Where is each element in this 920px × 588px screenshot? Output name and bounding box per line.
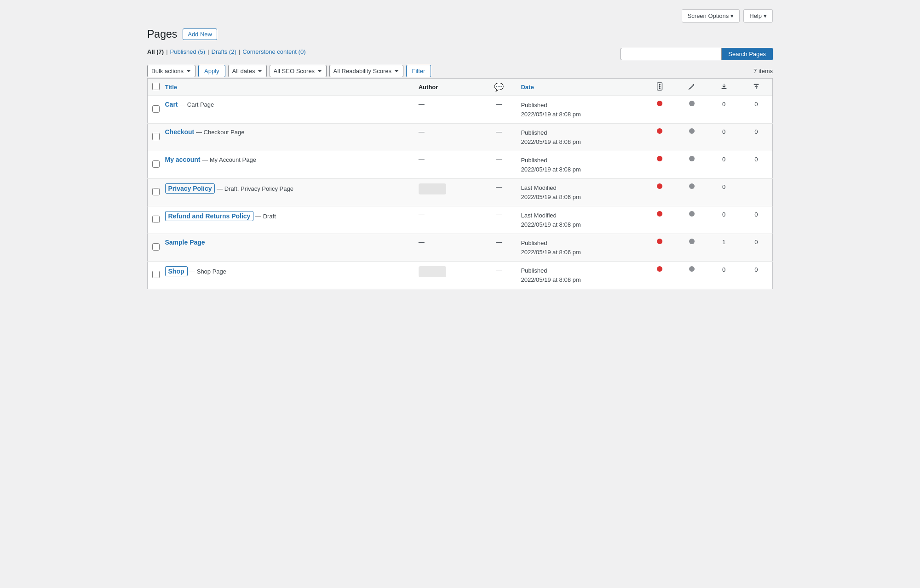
row-author-cell [414, 179, 482, 206]
col-title-header[interactable]: Title [161, 79, 414, 96]
date-label: Last Modified [521, 212, 556, 219]
row-title-cell: Cart — Cart Page [161, 96, 414, 124]
row-date-cell: Published2022/05/19 at 8:08 pm [516, 124, 643, 151]
page-title-link[interactable]: Shop [168, 268, 184, 275]
search-area: Search Pages [621, 48, 773, 60]
seo-score-dot [657, 183, 662, 189]
row-checkbox-cell [148, 96, 161, 124]
pages-table: Title Author 💬 Date [147, 78, 773, 289]
row-checkbox[interactable] [152, 243, 160, 251]
row-seo-score-cell [644, 206, 676, 234]
row-title-cell: Refund and Returns Policy — Draft [161, 206, 414, 234]
page-title-link[interactable]: Sample Page [165, 239, 205, 246]
filter-published[interactable]: Published (5) [170, 48, 206, 55]
search-input[interactable] [621, 48, 722, 60]
seo-score-dot [657, 211, 662, 217]
col-date-sort[interactable]: Date [521, 84, 534, 91]
table-body: Cart — Cart Page——Published2022/05/19 at… [148, 96, 773, 289]
col-title-sort[interactable]: Title [165, 84, 178, 91]
row-links-in-cell: 0 [708, 262, 740, 289]
seo-score-dot [657, 128, 662, 134]
page-title-suffix: — Draft, Privacy Policy Page [215, 185, 293, 192]
comment-icon: 💬 [494, 83, 504, 91]
date-value: 2022/05/19 at 8:08 pm [521, 166, 581, 173]
readability-select[interactable]: All Readability Scores [329, 65, 403, 77]
page-title-link[interactable]: Cart [165, 101, 178, 108]
row-seo-score-cell [644, 151, 676, 179]
row-author: — [414, 206, 482, 234]
tablenav: Bulk actions Apply All dates All SEO Sco… [147, 65, 773, 77]
page-title-suffix: — Draft [253, 213, 276, 220]
date-value: 2022/05/19 at 8:08 pm [521, 138, 581, 145]
row-checkbox-cell [148, 179, 161, 206]
date-value: 2022/05/19 at 8:08 pm [521, 111, 581, 118]
row-links-in-cell: 0 [708, 96, 740, 124]
row-title-cell: Privacy Policy — Draft, Privacy Policy P… [161, 179, 414, 206]
comment-dash: — [496, 128, 502, 135]
bulk-actions-select[interactable]: Bulk actions [147, 65, 196, 77]
row-links-in-cell: 0 [708, 151, 740, 179]
row-date-cell: Last Modified2022/05/19 at 8:08 pm [516, 206, 643, 234]
row-links-out-cell: 0 [740, 234, 773, 262]
row-title: Sample Page [165, 239, 205, 246]
row-title: Refund and Returns Policy — Draft [165, 213, 276, 220]
date-label: Published [521, 102, 547, 108]
row-title: Cart — Cart Page [165, 101, 214, 108]
col-date-header[interactable]: Date [516, 79, 643, 96]
add-new-button[interactable]: Add New [183, 29, 217, 40]
readability-score-dot [689, 211, 695, 217]
row-comment-cell: — [482, 262, 516, 289]
row-comment-cell: — [482, 124, 516, 151]
filter-nav: All (7) | Published (5) | Drafts (2) | [147, 48, 306, 55]
page-title-link[interactable]: Refund and Returns Policy [168, 212, 251, 220]
row-title-cell: Sample Page [161, 234, 414, 262]
row-checkbox[interactable] [152, 133, 160, 140]
date-label: Last Modified [521, 184, 556, 191]
row-checkbox[interactable] [152, 160, 160, 168]
items-count: 7 items [753, 68, 773, 74]
page-title-link[interactable]: My account [165, 156, 201, 163]
row-seo-score-cell [644, 262, 676, 289]
seo-scores-select[interactable]: All SEO Scores [270, 65, 327, 77]
dates-select[interactable]: All dates [228, 65, 267, 77]
date-value: 2022/05/19 at 8:06 pm [521, 249, 581, 256]
svg-rect-4 [721, 88, 726, 89]
filter-all[interactable]: All (7) [147, 48, 164, 55]
apply-button[interactable]: Apply [198, 65, 225, 77]
page-title-link[interactable]: Privacy Policy [168, 185, 212, 192]
select-all-header[interactable] [148, 79, 161, 96]
svg-point-2 [659, 86, 661, 87]
row-title: My account — My Account Page [165, 156, 256, 163]
comment-dash: — [496, 239, 502, 245]
row-date-cell: Published2022/05/19 at 8:08 pm [516, 96, 643, 124]
row-title-cell: My account — My Account Page [161, 151, 414, 179]
row-seo-score-cell [644, 234, 676, 262]
row-links-out-cell: 0 [740, 262, 773, 289]
screen-options-button[interactable]: Screen Options ▾ [682, 9, 740, 23]
filter-drafts[interactable]: Drafts (2) [212, 48, 236, 55]
row-readability-score-cell [676, 206, 708, 234]
row-checkbox[interactable] [152, 271, 160, 278]
filter-cornerstone[interactable]: Cornerstone content (0) [242, 48, 305, 55]
row-checkbox[interactable] [152, 188, 160, 195]
svg-rect-5 [753, 84, 759, 85]
date-value: 2022/05/19 at 8:08 pm [521, 276, 581, 283]
row-title-cell: Checkout — Checkout Page [161, 124, 414, 151]
date-label: Published [521, 240, 547, 246]
row-seo-score-cell [644, 124, 676, 151]
row-author: — [414, 96, 482, 124]
seo-score-dot [657, 101, 662, 106]
row-readability-score-cell [676, 151, 708, 179]
filter-button[interactable]: Filter [406, 65, 431, 77]
row-checkbox[interactable] [152, 216, 160, 223]
readability-score-dot [689, 101, 695, 106]
top-bar: Screen Options ▾ Help ▾ [147, 9, 773, 23]
search-pages-button[interactable]: Search Pages [722, 48, 773, 60]
author-blurred [419, 183, 446, 194]
page-title-link[interactable]: Checkout [165, 128, 195, 136]
page-header: Pages Add New [147, 28, 773, 40]
help-button[interactable]: Help ▾ [743, 9, 773, 23]
select-all-checkbox[interactable] [152, 83, 160, 90]
page-title-suffix: — Shop Page [188, 268, 227, 275]
row-checkbox[interactable] [152, 105, 160, 113]
